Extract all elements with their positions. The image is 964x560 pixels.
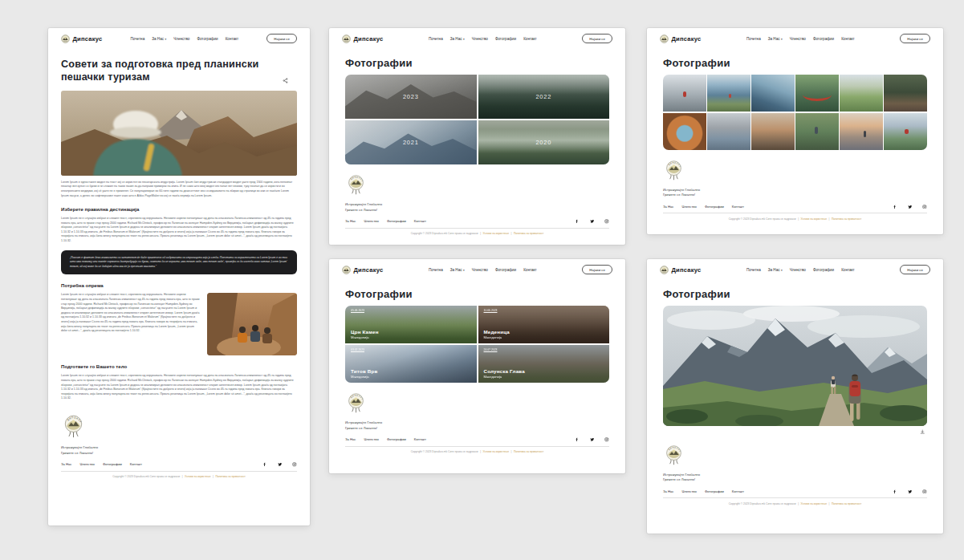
login-button[interactable]: Најави се (900, 265, 930, 274)
facebook-icon[interactable] (893, 489, 897, 494)
year-tile-2021[interactable]: 2021 (345, 120, 477, 164)
brand-logo[interactable]: Дипсакус (660, 34, 701, 43)
year-tile-2020[interactable]: 2020 (478, 120, 610, 164)
nav-about[interactable]: За Нас▾ (450, 268, 465, 272)
photo-thumb-hiker-snow-red-backpack[interactable] (663, 75, 706, 112)
footer-link-photos[interactable]: Фотографии (387, 219, 406, 223)
footer-link-contact[interactable]: Контакт (732, 489, 744, 493)
nav-membership[interactable]: Членство (472, 37, 488, 41)
footer-link-about[interactable]: За Нас (61, 462, 71, 466)
brand-logo[interactable]: Дипсакус (342, 34, 383, 43)
instagram-icon[interactable] (292, 462, 297, 467)
footer-link-about[interactable]: За Нас (345, 219, 356, 223)
photo-thumb-stream-crossing-hiker[interactable] (707, 113, 750, 150)
login-button[interactable]: Најави се (900, 34, 930, 43)
twitter-icon[interactable] (590, 437, 595, 442)
terms-link[interactable]: Услови за користење (801, 217, 828, 221)
photo-thumb-forest-red-hammock[interactable] (795, 75, 839, 112)
nav-about[interactable]: За Нас▾ (152, 37, 166, 41)
brand-logo[interactable]: Дипсакус (61, 34, 102, 43)
nav-photos[interactable]: Фотографии (495, 268, 516, 272)
nav-contact[interactable]: Контакт (841, 268, 855, 272)
photo-thumb-sunset-ridge-hiker[interactable] (840, 113, 883, 150)
footer-link-membership[interactable]: Членство (681, 205, 696, 209)
terms-link[interactable]: Услови за користење (483, 232, 510, 235)
footer-link-contact[interactable]: Контакт (414, 437, 426, 441)
nav-membership[interactable]: Членство (790, 37, 806, 41)
instagram-icon[interactable] (604, 437, 609, 442)
photo-large-two-hikers[interactable] (663, 306, 927, 426)
footer-link-membership[interactable]: Членство (364, 437, 378, 441)
twitter-icon[interactable] (908, 205, 913, 209)
privacy-link[interactable]: Политика на приватност (832, 502, 861, 505)
footer-link-about[interactable]: За Нас (663, 205, 673, 209)
twitter-icon[interactable] (908, 489, 913, 494)
facebook-icon[interactable] (893, 205, 897, 209)
brand-logo[interactable]: Дипсакус (660, 266, 701, 274)
nav-home[interactable]: Почетна (746, 268, 761, 272)
nav-contact[interactable]: Контакт (226, 37, 239, 41)
download-icon[interactable] (920, 429, 925, 435)
photo-thumb-mountain-trail-hiker[interactable] (884, 113, 927, 150)
nav-membership[interactable]: Членство (790, 268, 806, 272)
footer-link-membership[interactable]: Членство (79, 462, 94, 466)
photo-thumb-glowing-tent-interior[interactable] (663, 113, 706, 150)
terms-link[interactable]: Услови за користење (483, 450, 510, 453)
login-button[interactable]: Најави се (582, 265, 612, 274)
login-button[interactable]: Најави се (266, 34, 297, 43)
facebook-icon[interactable] (262, 462, 267, 467)
nav-about[interactable]: За Нас▾ (768, 37, 783, 41)
location-card-medenica[interactable]: 10.06.2023 Меденица Македонија (478, 306, 610, 343)
nav-home[interactable]: Почетна (429, 37, 443, 41)
privacy-link[interactable]: Политика на приватност (832, 217, 861, 221)
privacy-link[interactable]: Политика на приватност (514, 450, 543, 453)
nav-contact[interactable]: Контакт (841, 37, 855, 41)
privacy-link[interactable]: Политика на приватност (215, 475, 245, 478)
year-tile-2022[interactable]: 2022 (478, 75, 610, 119)
instagram-icon[interactable] (922, 205, 927, 209)
year-tile-2023[interactable]: 2023 (345, 75, 477, 119)
twitter-icon[interactable] (278, 462, 283, 467)
nav-photos[interactable]: Фотографии (495, 37, 516, 41)
location-card-solunska-glava[interactable]: 24.07.2023 Солунска Глава Македонија (478, 345, 610, 383)
share-icon[interactable] (283, 78, 288, 83)
footer-link-photos[interactable]: Фотографии (705, 205, 724, 209)
nav-photos[interactable]: Фотографии (197, 37, 218, 41)
nav-membership[interactable]: Членство (173, 37, 189, 41)
nav-photos[interactable]: Фотографии (813, 268, 834, 272)
nav-home[interactable]: Почетна (130, 37, 144, 41)
footer-link-contact[interactable]: Контакт (732, 205, 744, 209)
footer-link-about[interactable]: За Нас (663, 489, 673, 493)
photo-thumb-forest-floor-boots[interactable] (884, 75, 927, 112)
nav-contact[interactable]: Контакт (523, 37, 537, 41)
nav-contact[interactable]: Контакт (523, 268, 537, 272)
footer-link-photos[interactable]: Фотографии (705, 489, 724, 493)
facebook-icon[interactable] (575, 437, 580, 442)
nav-membership[interactable]: Членство (472, 268, 488, 272)
nav-about[interactable]: За Нас▾ (768, 268, 783, 272)
login-button[interactable]: Најави се (582, 34, 612, 43)
nav-home[interactable]: Почетна (429, 268, 443, 272)
footer-link-membership[interactable]: Членство (681, 489, 696, 493)
footer-link-contact[interactable]: Контакт (130, 462, 142, 466)
footer-link-membership[interactable]: Членство (364, 219, 378, 223)
instagram-icon[interactable] (604, 219, 609, 224)
footer-link-contact[interactable]: Контакт (414, 219, 426, 223)
footer-link-photos[interactable]: Фотографии (387, 437, 406, 441)
photo-thumb-hikers-group-break[interactable] (751, 113, 795, 150)
nav-home[interactable]: Почетна (746, 37, 761, 41)
photo-thumb-forest-walk[interactable] (795, 113, 839, 150)
instagram-icon[interactable] (922, 489, 927, 494)
photo-thumb-meadow-group-hike[interactable] (840, 75, 883, 112)
brand-logo[interactable]: Дипсакус (342, 266, 383, 274)
location-card-crn-kamen[interactable]: 05.06.2023 Црн Камен Македонија (345, 306, 477, 343)
nav-photos[interactable]: Фотографии (813, 37, 834, 41)
location-card-titov-vrv[interactable]: 03.02.2023 Титов Врв Македонија (345, 345, 477, 383)
terms-link[interactable]: Услови за користење (185, 475, 211, 478)
footer-link-about[interactable]: За Нас (345, 437, 356, 441)
footer-link-photos[interactable]: Фотографии (103, 462, 122, 466)
twitter-icon[interactable] (590, 219, 595, 224)
facebook-icon[interactable] (575, 219, 580, 224)
nav-about[interactable]: За Нас▾ (450, 37, 465, 41)
privacy-link[interactable]: Политика на приватност (514, 232, 543, 235)
